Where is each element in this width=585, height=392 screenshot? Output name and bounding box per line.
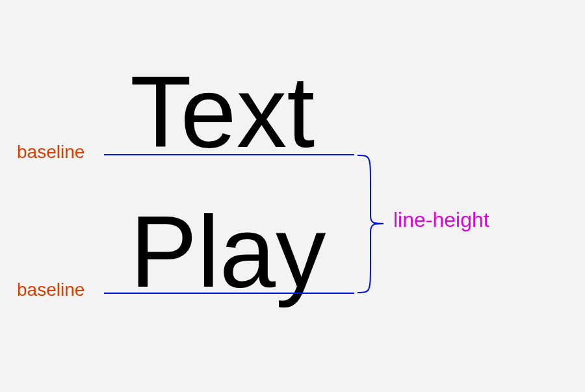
baseline-label-2: baseline bbox=[17, 280, 84, 300]
baseline-line-1 bbox=[104, 154, 354, 155]
curly-brace-icon bbox=[356, 154, 392, 294]
sample-word-1: Text bbox=[130, 62, 315, 163]
typography-diagram: Text baseline Play baseline line-height bbox=[0, 0, 585, 392]
line-height-label: line-height bbox=[393, 208, 489, 232]
baseline-label-1: baseline bbox=[17, 142, 84, 163]
baseline-line-2 bbox=[104, 293, 354, 294]
sample-word-2: Play bbox=[130, 202, 326, 302]
